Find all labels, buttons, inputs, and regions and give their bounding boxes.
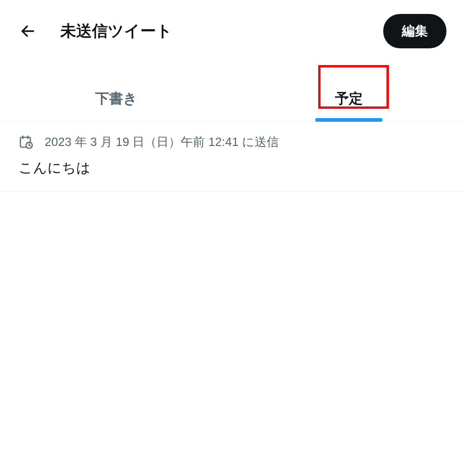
scheduled-list: 2023 年 3 月 19 日（日）午前 12:41 に送信 こんにちは [0, 122, 465, 192]
tab-active-indicator [315, 118, 382, 122]
scheduled-content-text: こんにちは [19, 159, 446, 178]
page-title: 未送信ツイート [60, 20, 172, 42]
tab-scheduled[interactable]: 予定 [233, 76, 465, 121]
list-item[interactable]: 2023 年 3 月 19 日（日）午前 12:41 に送信 こんにちは [0, 122, 465, 192]
arrow-left-icon [20, 23, 36, 40]
header: 未送信ツイート 編集 [0, 0, 465, 62]
tab-drafts-label: 下書き [95, 91, 138, 106]
calendar-clock-icon [19, 135, 33, 150]
scheduled-time-text: 2023 年 3 月 19 日（日）午前 12:41 に送信 [45, 134, 279, 150]
edit-button[interactable]: 編集 [383, 14, 446, 48]
back-button[interactable] [19, 22, 37, 40]
tab-scheduled-label: 予定 [335, 91, 363, 106]
scheduled-meta: 2023 年 3 月 19 日（日）午前 12:41 に送信 [19, 134, 446, 150]
tab-drafts[interactable]: 下書き [0, 76, 233, 121]
tabs: 下書き 予定 [0, 76, 465, 122]
